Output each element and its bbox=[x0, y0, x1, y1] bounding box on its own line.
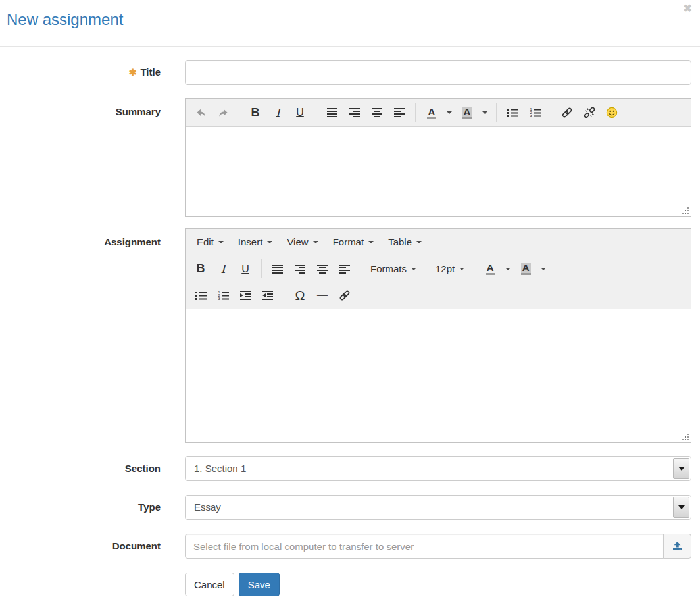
align-center-button[interactable] bbox=[366, 102, 388, 123]
title-label-text: Title bbox=[140, 66, 161, 78]
cancel-button[interactable]: Cancel bbox=[185, 573, 234, 596]
bold-button[interactable]: B bbox=[245, 102, 266, 123]
upload-icon bbox=[672, 541, 683, 551]
unlink-button[interactable] bbox=[579, 102, 600, 123]
chevron-down-icon bbox=[313, 241, 318, 243]
align-left-button[interactable] bbox=[334, 259, 355, 280]
document-row: Document bbox=[0, 534, 691, 559]
insert-link-button[interactable] bbox=[334, 285, 355, 306]
align-justify-button[interactable] bbox=[267, 259, 288, 280]
background-color-button[interactable]: A bbox=[515, 259, 536, 280]
menu-view[interactable]: View bbox=[280, 232, 325, 251]
indent-button[interactable] bbox=[235, 285, 256, 306]
align-left-icon bbox=[394, 107, 405, 118]
menu-insert[interactable]: Insert bbox=[231, 232, 280, 251]
title-label: ✱Title bbox=[0, 60, 161, 85]
background-color-menu-button[interactable] bbox=[479, 102, 491, 123]
assignment-content[interactable] bbox=[186, 309, 691, 442]
chevron-down-icon bbox=[411, 268, 416, 270]
toolbar-separator bbox=[261, 259, 262, 278]
align-justify-button[interactable] bbox=[322, 102, 343, 123]
page-title: New assignment bbox=[7, 11, 693, 29]
menu-edit[interactable]: Edit bbox=[189, 232, 231, 251]
upload-button[interactable] bbox=[663, 534, 691, 559]
align-justify-icon bbox=[272, 264, 283, 274]
document-input[interactable] bbox=[185, 534, 664, 559]
outdent-button[interactable] bbox=[257, 285, 278, 306]
section-label: Section bbox=[0, 456, 161, 481]
italic-button[interactable]: I bbox=[267, 102, 288, 123]
type-select[interactable]: Essay bbox=[185, 495, 691, 520]
numbered-list-icon: 123 bbox=[218, 290, 229, 301]
numbered-list-button[interactable]: 123 bbox=[213, 285, 234, 306]
text-color-button[interactable]: A bbox=[480, 259, 501, 280]
background-color-icon: A bbox=[521, 263, 531, 275]
document-label: Document bbox=[0, 534, 161, 559]
special-character-button[interactable]: Ω bbox=[289, 285, 311, 306]
svg-text:3: 3 bbox=[530, 114, 532, 118]
align-left-button[interactable] bbox=[389, 102, 410, 123]
actions-row: Cancel Save bbox=[185, 573, 691, 596]
background-color-menu-button[interactable] bbox=[538, 259, 549, 280]
horizontal-rule-button[interactable]: — bbox=[312, 285, 333, 306]
modal-header: New assignment ✖ bbox=[0, 0, 700, 47]
font-size-dropdown[interactable]: 12pt bbox=[432, 259, 468, 280]
redo-icon bbox=[218, 107, 229, 118]
assignment-toolbar-row2: 123 Ω — bbox=[186, 282, 691, 309]
dropdown-arrow-icon[interactable] bbox=[673, 497, 689, 518]
emoticons-button[interactable] bbox=[601, 102, 622, 123]
text-color-menu-button[interactable] bbox=[502, 259, 514, 280]
toolbar-separator bbox=[551, 103, 551, 122]
resize-grip-icon[interactable] bbox=[682, 207, 689, 215]
chevron-down-icon bbox=[505, 268, 511, 270]
align-center-icon bbox=[317, 264, 328, 274]
resize-grip-icon[interactable] bbox=[682, 433, 689, 441]
underline-button[interactable]: U bbox=[289, 102, 311, 123]
menu-table[interactable]: Table bbox=[381, 232, 429, 251]
title-row: ✱Title bbox=[0, 60, 691, 85]
modal-body: ✱Title Summary B I U bbox=[0, 47, 700, 596]
dropdown-arrow-icon[interactable] bbox=[673, 458, 689, 479]
insert-link-button[interactable] bbox=[557, 102, 578, 123]
numbered-list-button[interactable]: 123 bbox=[524, 102, 545, 123]
text-color-menu-button[interactable] bbox=[443, 102, 455, 123]
align-center-button[interactable] bbox=[312, 259, 333, 280]
close-icon[interactable]: ✖ bbox=[684, 3, 692, 14]
summary-editor: B I U A A bbox=[185, 98, 691, 217]
align-right-button[interactable] bbox=[289, 259, 311, 280]
toolbar-separator bbox=[496, 103, 497, 122]
bullet-list-button[interactable] bbox=[502, 102, 523, 123]
undo-button[interactable] bbox=[190, 102, 211, 123]
underline-button[interactable]: U bbox=[235, 259, 256, 280]
formats-dropdown[interactable]: Formats bbox=[366, 259, 420, 280]
menu-format[interactable]: Format bbox=[326, 232, 382, 251]
assignment-label: Assignment bbox=[0, 228, 161, 443]
type-row: Type Essay bbox=[0, 495, 691, 520]
save-button[interactable]: Save bbox=[239, 573, 280, 596]
align-center-icon bbox=[372, 107, 382, 118]
redo-button[interactable] bbox=[213, 102, 234, 123]
background-color-icon: A bbox=[463, 107, 472, 119]
chevron-down-icon bbox=[482, 111, 488, 114]
section-row: Section 1. Section 1 bbox=[0, 456, 691, 481]
background-color-button[interactable]: A bbox=[457, 102, 478, 123]
bullet-list-button[interactable] bbox=[190, 285, 211, 306]
section-select[interactable]: 1. Section 1 bbox=[185, 456, 691, 481]
italic-button[interactable]: I bbox=[213, 259, 234, 280]
undo-icon bbox=[195, 107, 207, 118]
bold-button[interactable]: B bbox=[190, 259, 211, 280]
toolbar-separator bbox=[415, 103, 416, 122]
align-right-button[interactable] bbox=[344, 102, 365, 123]
toolbar-separator bbox=[361, 259, 361, 278]
link-icon bbox=[561, 107, 573, 118]
toolbar-separator bbox=[474, 259, 474, 278]
chevron-down-icon bbox=[459, 268, 464, 270]
align-left-icon bbox=[339, 264, 350, 274]
indent-icon bbox=[240, 290, 251, 301]
summary-content[interactable] bbox=[186, 127, 691, 216]
align-justify-icon bbox=[327, 107, 338, 118]
title-input[interactable] bbox=[185, 60, 691, 85]
text-color-button[interactable]: A bbox=[421, 102, 442, 123]
chevron-down-icon bbox=[416, 241, 422, 243]
link-icon bbox=[339, 290, 351, 301]
